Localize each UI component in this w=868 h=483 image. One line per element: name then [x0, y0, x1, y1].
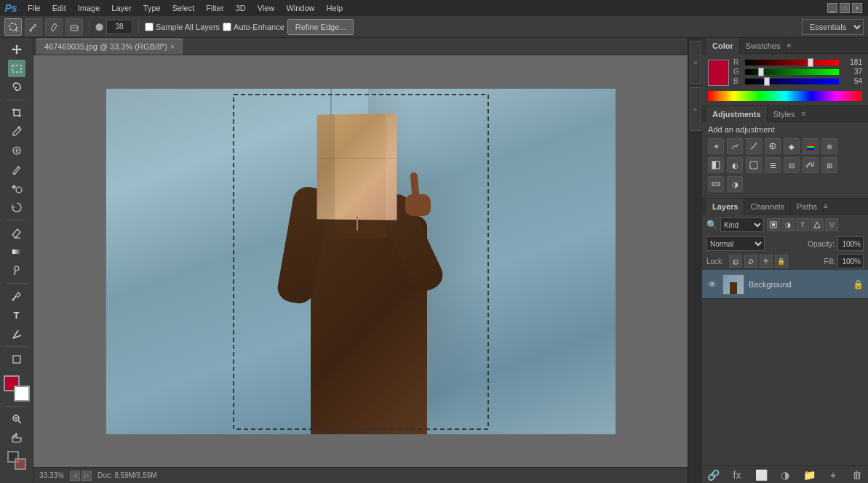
- lock-transparent-icon[interactable]: [729, 255, 742, 268]
- collapse-icon-1[interactable]: ≡: [690, 41, 701, 84]
- new-group-button[interactable]: 📁: [803, 468, 816, 482]
- levels-adj-icon[interactable]: [727, 138, 743, 154]
- blue-slider[interactable]: [745, 79, 839, 84]
- collapse-icon-2[interactable]: ≡: [690, 87, 701, 131]
- layers-tab[interactable]: Layers: [706, 199, 744, 215]
- vibrance-adj-icon[interactable]: ◆: [784, 138, 800, 154]
- auto-enhance-checkbox[interactable]: Auto-Enhance: [223, 23, 284, 31]
- canvas-container[interactable]: [33, 55, 688, 467]
- fg-bg-colors[interactable]: [4, 375, 30, 402]
- color-panel-menu[interactable]: ≡: [787, 41, 791, 49]
- brush-tool-2[interactable]: [25, 18, 42, 36]
- foreground-color-swatch[interactable]: [708, 60, 729, 86]
- brush-tool[interactable]: [8, 161, 25, 178]
- blend-mode-select[interactable]: Normal: [706, 236, 765, 251]
- menu-type[interactable]: Type: [138, 2, 167, 14]
- add-mask-button[interactable]: ⬜: [754, 468, 768, 482]
- channelmixer-adj-icon[interactable]: [746, 157, 762, 173]
- color-tab[interactable]: Color: [706, 38, 740, 54]
- huesaturation-adj-icon[interactable]: [803, 138, 819, 154]
- adjustments-tab[interactable]: Adjustments: [706, 106, 768, 122]
- new-adjustment-layer-button[interactable]: ◑: [779, 468, 792, 482]
- menu-filter[interactable]: Filter: [200, 2, 229, 14]
- channels-tab[interactable]: Channels: [744, 199, 790, 215]
- history-brush-tool[interactable]: [8, 199, 25, 216]
- menu-file[interactable]: File: [22, 2, 47, 14]
- dodge-tool[interactable]: [8, 262, 25, 279]
- menu-image[interactable]: Image: [72, 2, 106, 14]
- swatches-tab[interactable]: Swatches: [740, 38, 787, 54]
- adjustments-panel-menu[interactable]: ≡: [802, 110, 806, 118]
- gradient-tool[interactable]: [8, 243, 25, 260]
- spot-heal-tool[interactable]: [8, 142, 25, 159]
- eraser-tool[interactable]: [65, 18, 83, 36]
- color-spectrum[interactable]: [708, 91, 862, 101]
- posterize-adj-icon[interactable]: [803, 157, 819, 173]
- brush-size-input[interactable]: 38: [106, 20, 132, 34]
- lock-image-icon[interactable]: [744, 255, 757, 268]
- layer-kind-select[interactable]: Kind: [720, 217, 764, 232]
- refine-edge-button[interactable]: Refine Edge...: [287, 19, 354, 35]
- menu-edit[interactable]: Edit: [47, 2, 72, 14]
- sample-all-layers-checkbox[interactable]: Sample All Layers: [145, 23, 220, 31]
- path-select-tool[interactable]: [8, 325, 25, 343]
- add-layer-style-button[interactable]: fx: [730, 468, 744, 482]
- photofilter-adj-icon[interactable]: ◐: [727, 157, 743, 173]
- move-tool[interactable]: [8, 41, 25, 58]
- lock-position-icon[interactable]: ✛: [760, 255, 773, 268]
- selectivecolor-adj-icon[interactable]: ◑: [727, 176, 743, 192]
- quick-selection-tool[interactable]: [4, 18, 22, 36]
- curves-adj-icon[interactable]: [746, 138, 762, 154]
- filter-type-icon[interactable]: T: [796, 218, 809, 231]
- red-slider[interactable]: [745, 60, 839, 65]
- menu-window[interactable]: Window: [280, 2, 320, 14]
- menu-help[interactable]: Help: [321, 2, 349, 14]
- filter-toggle[interactable]: ▽: [825, 218, 838, 231]
- document-tab[interactable]: 467469035.jpg @ 33.3% (RGB/8*) ×: [36, 39, 183, 55]
- close-button[interactable]: ×: [852, 3, 862, 13]
- new-layer-button[interactable]: +: [827, 468, 840, 482]
- hand-tool[interactable]: [8, 429, 25, 447]
- layers-panel-menu[interactable]: ≡: [824, 202, 828, 210]
- color-panel-header[interactable]: Color Swatches ≡: [702, 38, 868, 54]
- zoom-tool[interactable]: [8, 410, 25, 428]
- type-tool[interactable]: T: [8, 306, 25, 324]
- quick-mask-toggle[interactable]: [7, 451, 26, 470]
- eraser-tool-left[interactable]: [8, 224, 25, 242]
- styles-tab[interactable]: Styles: [768, 106, 802, 122]
- workspace-selector[interactable]: Essentials: [802, 19, 864, 35]
- menu-layer[interactable]: Layer: [105, 2, 138, 14]
- maximize-button[interactable]: □: [840, 3, 850, 13]
- clone-stamp-tool[interactable]: [8, 180, 25, 197]
- background-layer-row[interactable]: 👁 Background 🔒: [702, 270, 868, 299]
- filter-shape-icon[interactable]: [811, 218, 824, 231]
- paths-tab[interactable]: Paths: [791, 199, 824, 215]
- invert-adj-icon[interactable]: ⊟: [784, 157, 800, 173]
- menu-3d[interactable]: 3D: [230, 2, 252, 14]
- lasso-tool[interactable]: [8, 79, 25, 96]
- delete-layer-button[interactable]: 🗑: [851, 468, 864, 482]
- link-layers-button[interactable]: 🔗: [706, 468, 720, 482]
- threshold-adj-icon[interactable]: ⊞: [821, 157, 837, 173]
- colorlookup-adj-icon[interactable]: ☰: [765, 157, 781, 173]
- crop-tool[interactable]: [8, 104, 25, 121]
- shape-tool[interactable]: [8, 351, 25, 368]
- lock-all-icon[interactable]: 🔒: [775, 255, 788, 268]
- rectangle-select-tool[interactable]: [8, 60, 25, 77]
- background-color[interactable]: [14, 386, 30, 402]
- minimize-button[interactable]: _: [827, 3, 837, 13]
- tab-close-button[interactable]: ×: [170, 43, 175, 51]
- prev-button[interactable]: ◁: [70, 471, 80, 481]
- adjustments-panel-header[interactable]: Adjustments Styles ≡: [702, 106, 868, 122]
- layer-visibility-toggle[interactable]: 👁: [706, 279, 718, 290]
- fill-input[interactable]: [837, 254, 864, 268]
- brightness-adj-icon[interactable]: ☀: [708, 138, 724, 154]
- filter-pixel-icon[interactable]: [767, 218, 780, 231]
- colorbalance-adj-icon[interactable]: ⊕: [821, 138, 837, 154]
- filter-adjust-icon[interactable]: ◑: [781, 218, 795, 231]
- exposure-adj-icon[interactable]: [765, 138, 781, 154]
- menu-view[interactable]: View: [252, 2, 281, 14]
- next-button[interactable]: ▷: [81, 471, 92, 481]
- brush-tool-3[interactable]: [45, 18, 63, 36]
- green-slider[interactable]: [745, 69, 839, 75]
